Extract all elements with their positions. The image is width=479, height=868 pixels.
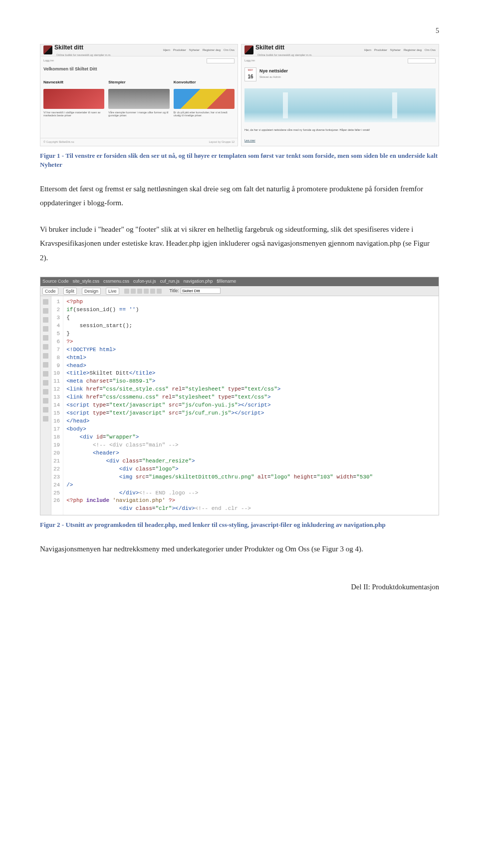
news-body-text: Hei, da har vi oppdatert nettsidene våre… xyxy=(244,128,436,132)
mode-live-button[interactable]: Live xyxy=(106,288,119,295)
search-input[interactable] xyxy=(207,58,235,63)
figure-2-caption: Figur 2 - Utsnitt av programkoden til he… xyxy=(40,520,439,529)
product-thumb-icon xyxy=(108,89,169,109)
toolbar-icon[interactable] xyxy=(157,289,162,294)
title-field-group: Title: xyxy=(170,287,221,295)
screenshot-left: Skiltet ditt Online butikk for navneskil… xyxy=(40,44,238,146)
editor-toolbar: Code Split Design Live Title: xyxy=(40,286,439,296)
file-tab[interactable]: $filename xyxy=(217,278,236,285)
product-thumb-icon xyxy=(174,89,235,109)
paragraph-3: Navigasjonsmenyen har nedtrekksmeny med … xyxy=(40,542,439,556)
news-subline: Skrevet av Admin xyxy=(259,75,288,79)
nav-item[interactable]: Produkter xyxy=(374,47,387,52)
left-tool-column xyxy=(40,296,51,515)
mini-header: Skiltet ditt Online butikk for navneskil… xyxy=(40,44,238,56)
col-caption: Er du på jakt etter konvolutter, har vi … xyxy=(174,111,235,117)
col-caption: Vi har navneskilt i utallige materialer … xyxy=(43,111,104,117)
gutter-tool-icon[interactable] xyxy=(43,371,48,377)
nav-item[interactable]: Nyheter xyxy=(189,47,200,52)
page-number: 5 xyxy=(40,25,439,37)
col-title: Navneskilt xyxy=(43,79,104,86)
code-area: 1234567891011121314151617181920212223242… xyxy=(40,296,439,515)
mini-search-row: Logg inn xyxy=(241,56,439,64)
brand-name: Skiltet ditt xyxy=(54,42,111,52)
toolbar-icon[interactable] xyxy=(131,289,136,294)
col-title: Stempler xyxy=(108,79,169,86)
mode-design-button[interactable]: Design xyxy=(82,288,101,295)
gutter-tool-icon[interactable] xyxy=(43,416,48,422)
file-tab[interactable]: cufon-yui.js xyxy=(133,278,156,285)
login-link[interactable]: Logg inn xyxy=(43,58,54,63)
search-input[interactable] xyxy=(408,58,436,63)
read-more-link[interactable]: Les mer xyxy=(244,138,436,143)
welcome-heading: Velkommen til Skiltet Ditt xyxy=(43,65,238,73)
date-month: MAY xyxy=(248,68,253,72)
nav-item[interactable]: Hjem xyxy=(163,47,170,52)
mini-nav: Hjem Produkter Nyheter Registrer deg Om … xyxy=(364,47,436,52)
code-text[interactable]: <?phpif(session_id() == ''){ session_sta… xyxy=(63,296,439,515)
nav-item[interactable]: Registrer deg xyxy=(203,47,221,52)
date-day: 16 xyxy=(247,72,253,81)
toolbar-icon[interactable] xyxy=(150,289,155,294)
gutter-tool-icon[interactable] xyxy=(43,389,48,395)
figure-1-screenshots: Skiltet ditt Online butikk for navneskil… xyxy=(40,44,439,146)
nav-item[interactable]: Registrer deg xyxy=(404,47,422,52)
news-headline: Nye nettsider xyxy=(259,67,288,75)
gutter-tool-icon[interactable] xyxy=(43,326,48,332)
product-thumb-icon xyxy=(43,89,104,109)
footer-section-label: Del II: Produktdokumentasjon xyxy=(40,581,439,593)
gutter-tool-icon[interactable] xyxy=(43,344,48,350)
toolbar-icon[interactable] xyxy=(124,289,129,294)
three-col-body: Navneskilt Vi har navneskilt i utallige … xyxy=(40,76,238,138)
title-input[interactable] xyxy=(181,288,221,294)
gutter-tool-icon[interactable] xyxy=(43,398,48,404)
nav-item[interactable]: Hjem xyxy=(364,47,371,52)
hero-image-icon xyxy=(244,88,436,122)
col-title: Konvolutter xyxy=(174,79,235,86)
figure-2-editor: Source Code site_style.css cssmenu.css c… xyxy=(40,277,439,515)
paragraph-1: Ettersom det først og fremst er salg net… xyxy=(40,182,439,210)
col-stempler: Stempler Våre stempler kommer i mange ul… xyxy=(108,79,169,135)
gutter-tool-icon[interactable] xyxy=(43,380,48,386)
footer-credit: Layout by Gruppe 12 xyxy=(209,140,235,144)
brand-name: Skiltet ditt xyxy=(255,42,312,52)
file-tab[interactable]: navigation.php xyxy=(184,278,213,285)
col-navneskilt: Navneskilt Vi har navneskilt i utallige … xyxy=(43,79,104,135)
gutter-tool-icon[interactable] xyxy=(43,407,48,413)
mini-search-row: Logg inn xyxy=(40,56,238,64)
title-label: Title: xyxy=(170,287,179,295)
logo-icon xyxy=(43,45,52,54)
toolbar-icon[interactable] xyxy=(144,289,149,294)
gutter-tool-icon[interactable] xyxy=(43,362,48,368)
date-badge: MAY 16 xyxy=(244,67,256,81)
login-link[interactable]: Logg inn xyxy=(244,58,255,63)
mini-header: Skiltet ditt Online butikk for navneskil… xyxy=(241,44,439,56)
nav-item[interactable]: Om Oss xyxy=(425,47,436,52)
file-tab[interactable]: cuf_run.js xyxy=(160,278,180,285)
nav-item[interactable]: Produkter xyxy=(173,47,186,52)
logo-icon xyxy=(244,45,253,54)
col-konvolutter: Konvolutter Er du på jakt etter konvolut… xyxy=(174,79,235,135)
toolbar-icon[interactable] xyxy=(137,289,142,294)
mini-nav: Hjem Produkter Nyheter Registrer deg Om … xyxy=(163,47,235,52)
screenshot-right: Skiltet ditt Online butikk for navneskil… xyxy=(241,44,439,146)
mini-footer: © Copyright SkiltetDitt.no Layout by Gru… xyxy=(40,138,238,146)
gutter-tool-icon[interactable] xyxy=(43,317,48,323)
nav-item[interactable]: Om Oss xyxy=(224,47,235,52)
figure-1-caption: Figur 1 - Til venstre er forsiden slik d… xyxy=(40,151,439,169)
mode-split-button[interactable]: Split xyxy=(63,288,77,295)
gutter-tool-icon[interactable] xyxy=(43,353,48,359)
file-tab[interactable]: Source Code xyxy=(42,278,69,285)
news-body: MAY 16 Nye nettsider Skrevet av Admin He… xyxy=(241,64,439,146)
gutter-tool-icon[interactable] xyxy=(43,335,48,341)
file-tab[interactable]: site_style.css xyxy=(73,278,100,285)
file-tab[interactable]: cssmenu.css xyxy=(103,278,129,285)
mode-code-button[interactable]: Code xyxy=(42,288,58,295)
toolbar-icons xyxy=(124,289,162,294)
paragraph-2: Vi bruker include i "header" og "footer"… xyxy=(40,222,439,265)
footer-copy: © Copyright SkiltetDitt.no xyxy=(43,140,74,144)
gutter-tool-icon[interactable] xyxy=(43,299,48,305)
editor-file-tabs: Source Code site_style.css cssmenu.css c… xyxy=(40,277,439,286)
gutter-tool-icon[interactable] xyxy=(43,308,48,314)
nav-item[interactable]: Nyheter xyxy=(390,47,401,52)
